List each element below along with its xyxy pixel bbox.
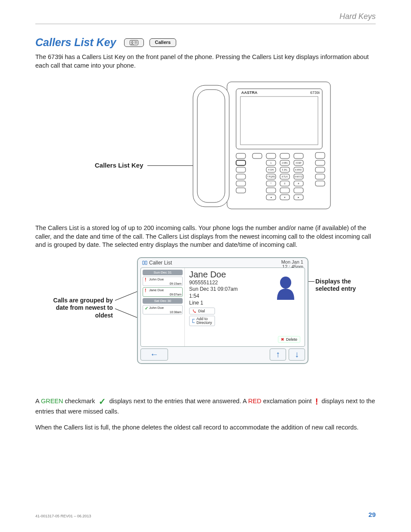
avatar-icon (273, 274, 299, 301)
missed-icon: ! (145, 289, 148, 292)
svg-text:2 ABC: 2 ABC (282, 162, 288, 164)
doc-id: 41-001317-05 REV01 – 06.2013 (35, 514, 91, 518)
call-list: Sun Dec 31 !John Doe 09:15am !Jane Doe 0… (141, 268, 185, 346)
brand-label: AASTRA (241, 90, 258, 95)
exclamation-icon: ! (315, 396, 318, 408)
arrow-up-icon: ↑ (276, 349, 280, 359)
final-paragraph: When the Callers list is full, the phone… (35, 423, 376, 432)
call-time: 09:07am (145, 293, 181, 296)
svg-rect-11 (266, 153, 276, 159)
svg-text:7 PQRS: 7 PQRS (267, 175, 275, 178)
svg-text:9 WXYZ: 9 WXYZ (295, 175, 303, 178)
svg-text:►: ► (298, 196, 300, 199)
svg-rect-20 (236, 167, 246, 172)
svg-text:▼: ▼ (284, 196, 286, 199)
callout-selected: Displays the selected entry (315, 278, 367, 293)
svg-text:3 DEF: 3 DEF (296, 162, 302, 164)
svg-text:*: * (271, 182, 271, 185)
svg-rect-35 (236, 188, 246, 193)
icon-key-chip (124, 38, 144, 47)
caller-name: John Doe (149, 278, 164, 281)
call-time: 09:15am (145, 282, 181, 285)
svg-rect-19 (315, 160, 325, 165)
phone-key-label: Callers List Key (95, 162, 143, 169)
phone-diagram: Callers List Key AASTRA 6739i (35, 78, 376, 215)
svg-text:4 GHI: 4 GHI (268, 168, 274, 171)
missed-icon: ! (145, 278, 148, 282)
svg-text:1: 1 (271, 162, 272, 164)
svg-rect-37 (280, 188, 290, 193)
detail-pane: Jane Doe 9055551122 Sun Dec 31 09:07am 1… (185, 268, 305, 346)
list-item[interactable]: !John Doe 09:15am (143, 277, 183, 286)
section-header: Hard Keys (35, 12, 376, 21)
svg-rect-12 (280, 153, 290, 159)
paragraph-2: The Callers List is a stored log of up t… (35, 224, 376, 249)
detail-line: Line 1 (189, 300, 301, 307)
svg-rect-29 (315, 174, 325, 179)
svg-rect-13 (294, 153, 303, 159)
callout-grouping: Calls are grouped by date from newest to… (44, 297, 113, 320)
contact-card-icon (130, 40, 138, 45)
page-title: Callers List Key (35, 36, 116, 49)
dial-label: Dial (198, 309, 205, 313)
phone-icon (192, 309, 196, 313)
svg-rect-14 (315, 152, 325, 159)
checkmark-icon: ✓ (99, 396, 106, 408)
svg-text:0: 0 (284, 182, 286, 185)
svg-rect-34 (315, 181, 325, 186)
arrow-down-icon: ↓ (295, 349, 299, 359)
page-number: 29 (368, 511, 376, 518)
legend-paragraph: A GREEN checkmark ✓ displays next to the… (35, 396, 376, 416)
date-header: Sun Dec 31 (143, 270, 183, 275)
svg-rect-25 (236, 174, 246, 179)
svg-rect-10 (252, 153, 262, 159)
delete-x-icon: ✖ (281, 337, 284, 342)
rule (35, 24, 376, 24)
intro-paragraph: The 6739i has a Callers List Key on the … (35, 53, 376, 70)
add-directory-button[interactable]: Add to Directory (189, 316, 215, 326)
date-header: Sat Dec 30 (143, 298, 183, 304)
svg-rect-8 (240, 96, 318, 145)
svg-rect-36 (266, 188, 276, 193)
svg-rect-15 (236, 160, 246, 165)
caller-name: John Doe (149, 306, 164, 310)
answered-icon: ✓ (145, 306, 148, 310)
phone-illustration: AASTRA 6739i 12 (156, 78, 333, 211)
svg-point-58 (280, 277, 291, 289)
svg-rect-57 (193, 319, 195, 323)
down-button[interactable]: ↓ (289, 348, 305, 361)
book-icon (192, 319, 195, 323)
dial-button[interactable]: Dial (189, 308, 215, 314)
arrow-left-icon: ← (150, 349, 159, 359)
delete-label: Delete (286, 337, 297, 342)
svg-rect-38 (294, 188, 303, 193)
svg-text:5 JKL: 5 JKL (282, 168, 288, 171)
svg-rect-24 (315, 167, 325, 172)
svg-rect-6 (197, 90, 225, 202)
svg-point-1 (131, 41, 133, 43)
book-icon (142, 261, 147, 265)
model-label: 6739i (310, 90, 320, 95)
up-button[interactable]: ↑ (270, 348, 286, 361)
svg-text:◄: ◄ (270, 196, 272, 199)
svg-text:8 TUV: 8 TUV (282, 175, 288, 178)
svg-text:#: # (298, 182, 299, 185)
svg-text:6 MNO: 6 MNO (295, 168, 302, 171)
svg-rect-30 (236, 181, 246, 186)
caller-name: Jane Doe (149, 289, 164, 292)
list-item[interactable]: ✓John Doe 10:38am (143, 305, 183, 314)
callers-key-chip: Callers (149, 38, 177, 47)
add-label: Add to Directory (196, 317, 212, 325)
delete-button[interactable]: ✖ Delete (278, 336, 300, 343)
call-time: 10:38am (145, 311, 181, 314)
list-item[interactable]: !Jane Doe 09:07am (143, 287, 183, 297)
svg-rect-9 (236, 153, 246, 159)
screen-title: Caller List (149, 260, 172, 266)
back-button[interactable]: ← (140, 348, 168, 361)
screen-mock: Caller List Mon Jan 1 12 : 45pm Sun Dec … (137, 257, 308, 364)
